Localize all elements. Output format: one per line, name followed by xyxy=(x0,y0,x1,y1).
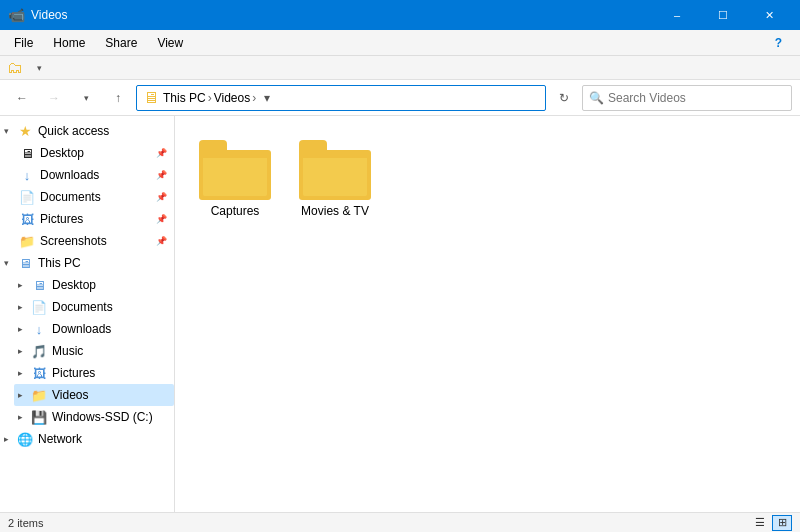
sidebar-item-documents-qa[interactable]: 📄 Documents 📌 xyxy=(14,186,174,208)
sidebar-item-videos-pc[interactable]: 📁 Videos xyxy=(14,384,174,406)
search-bar[interactable]: 🔍 xyxy=(582,85,792,111)
maximize-button[interactable]: ☐ xyxy=(700,0,746,30)
sidebar-item-pictures-pc[interactable]: 🖼 Pictures xyxy=(14,362,174,384)
quick-access-children: 🖥 Desktop 📌 ↓ Downloads 📌 📄 Documents 📌 … xyxy=(14,142,174,252)
ssd-label: Windows-SSD (C:) xyxy=(52,410,170,424)
downloads-toggle[interactable] xyxy=(18,324,30,334)
network-label: Network xyxy=(38,432,170,446)
documents-toggle[interactable] xyxy=(18,302,30,312)
this-pc-label: This PC xyxy=(38,256,170,270)
sidebar: ★ Quick access 🖥 Desktop 📌 ↓ Downloads 📌… xyxy=(0,116,175,512)
this-pc-section: 🖥 This PC 🖥 Desktop 📄 Documents ↓ xyxy=(0,252,174,428)
this-pc-toggle[interactable] xyxy=(4,258,16,268)
quick-access-header[interactable]: ★ Quick access xyxy=(0,120,174,142)
addr-videos[interactable]: Videos xyxy=(214,91,250,105)
pin-icon-ss: 📌 xyxy=(156,236,170,246)
this-pc-header[interactable]: 🖥 This PC xyxy=(0,252,174,274)
quick-access-section: ★ Quick access 🖥 Desktop 📌 ↓ Downloads 📌… xyxy=(0,120,174,252)
folder-captures[interactable]: Captures xyxy=(195,136,275,222)
pin-icon-pic: 📌 xyxy=(156,214,170,224)
sidebar-item-pictures-qa[interactable]: 🖼 Pictures 📌 xyxy=(14,208,174,230)
menu-home[interactable]: Home xyxy=(43,30,95,55)
pin-icon: 📌 xyxy=(156,148,170,158)
search-input[interactable] xyxy=(608,91,785,105)
videos-pc-label: Videos xyxy=(52,388,170,402)
network-toggle[interactable] xyxy=(4,434,16,444)
large-icons-view-button[interactable]: ⊞ xyxy=(772,515,792,531)
ssd-toggle[interactable] xyxy=(18,412,30,422)
screenshots-folder-icon: 📁 xyxy=(18,232,36,250)
captures-label: Captures xyxy=(211,204,260,218)
menu-share[interactable]: Share xyxy=(95,30,147,55)
documents-pc-icon: 📄 xyxy=(30,298,48,316)
desktop-toggle[interactable] xyxy=(18,280,30,290)
network-section: 🌐 Network xyxy=(0,428,174,450)
sidebar-item-documents-pc[interactable]: 📄 Documents xyxy=(14,296,174,318)
menu-view[interactable]: View xyxy=(147,30,193,55)
desktop-pc-label: Desktop xyxy=(52,278,170,292)
app-title: Videos xyxy=(31,8,654,22)
quick-access-toggle[interactable] xyxy=(4,126,16,136)
pin-icon-doc: 📌 xyxy=(156,192,170,202)
pin-icon-dl: 📌 xyxy=(156,170,170,180)
movies-tv-label: Movies & TV xyxy=(301,204,369,218)
downloads-qa-label: Downloads xyxy=(40,168,156,182)
downloads-pc-label: Downloads xyxy=(52,322,170,336)
documents-qa-label: Documents xyxy=(40,190,156,204)
content-area: Captures Movies & TV xyxy=(175,116,800,512)
status-bar: 2 items ☰ ⊞ xyxy=(0,512,800,532)
address-bar[interactable]: 🖥 This PC › Videos › ▾ xyxy=(136,85,546,111)
sidebar-item-music-pc[interactable]: 🎵 Music xyxy=(14,340,174,362)
sidebar-item-downloads-pc[interactable]: ↓ Downloads xyxy=(14,318,174,340)
folder-movies-tv[interactable]: Movies & TV xyxy=(295,136,375,222)
refresh-button[interactable]: ↻ xyxy=(550,84,578,112)
search-icon: 🔍 xyxy=(589,91,604,105)
sidebar-item-screenshots-qa[interactable]: 📁 Screenshots 📌 xyxy=(14,230,174,252)
minimize-button[interactable]: – xyxy=(654,0,700,30)
back-button[interactable]: ← xyxy=(8,84,36,112)
ssd-icon: 💾 xyxy=(30,408,48,426)
details-view-button[interactable]: ☰ xyxy=(750,515,770,531)
addr-dropdown[interactable]: ▾ xyxy=(264,91,270,105)
network-header[interactable]: 🌐 Network xyxy=(0,428,174,450)
this-pc-children: 🖥 Desktop 📄 Documents ↓ Downloads 🎵 M xyxy=(14,274,174,428)
documents-icon: 📄 xyxy=(18,188,36,206)
star-icon: ★ xyxy=(16,122,34,140)
music-toggle[interactable] xyxy=(18,346,30,356)
title-bar: 📹 Videos – ☐ ✕ xyxy=(0,0,800,30)
screenshots-qa-label: Screenshots xyxy=(40,234,156,248)
nav-bar: ← → ▾ ↑ 🖥 This PC › Videos › ▾ ↻ 🔍 xyxy=(0,80,800,116)
pictures-qa-label: Pictures xyxy=(40,212,156,226)
desktop-qa-label: Desktop xyxy=(40,146,156,160)
close-button[interactable]: ✕ xyxy=(746,0,792,30)
videos-toggle[interactable] xyxy=(18,390,30,400)
main-area: ★ Quick access 🖥 Desktop 📌 ↓ Downloads 📌… xyxy=(0,116,800,512)
up-button[interactable]: ↑ xyxy=(104,84,132,112)
desktop-pc-icon: 🖥 xyxy=(30,276,48,294)
sidebar-item-windows-ssd[interactable]: 💾 Windows-SSD (C:) xyxy=(14,406,174,428)
pictures-pc-icon: 🖼 xyxy=(30,364,48,382)
menu-help[interactable]: ? xyxy=(765,30,792,55)
toolbar-dropdown[interactable]: ▾ xyxy=(28,57,50,79)
captures-folder-icon xyxy=(199,140,271,200)
menu-bar: File Home Share View ? xyxy=(0,30,800,56)
sidebar-item-downloads-qa[interactable]: ↓ Downloads 📌 xyxy=(14,164,174,186)
this-pc-icon: 🖥 xyxy=(16,254,34,272)
view-buttons: ☰ ⊞ xyxy=(750,515,792,531)
sidebar-item-desktop-qa[interactable]: 🖥 Desktop 📌 xyxy=(14,142,174,164)
downloads-icon: ↓ xyxy=(18,166,36,184)
quick-access-toolbar: 🗂 ▾ xyxy=(0,56,800,80)
music-pc-label: Music xyxy=(52,344,170,358)
music-icon: 🎵 xyxy=(30,342,48,360)
quick-access-label: Quick access xyxy=(38,124,170,138)
dropdown-button[interactable]: ▾ xyxy=(72,84,100,112)
menu-file[interactable]: File xyxy=(4,30,43,55)
sidebar-item-desktop-pc[interactable]: 🖥 Desktop xyxy=(14,274,174,296)
item-count: 2 items xyxy=(8,517,750,529)
videos-pc-icon: 📁 xyxy=(30,386,48,404)
addr-thispc[interactable]: This PC xyxy=(163,91,206,105)
documents-pc-label: Documents xyxy=(52,300,170,314)
network-icon: 🌐 xyxy=(16,430,34,448)
pictures-toggle[interactable] xyxy=(18,368,30,378)
forward-button[interactable]: → xyxy=(40,84,68,112)
